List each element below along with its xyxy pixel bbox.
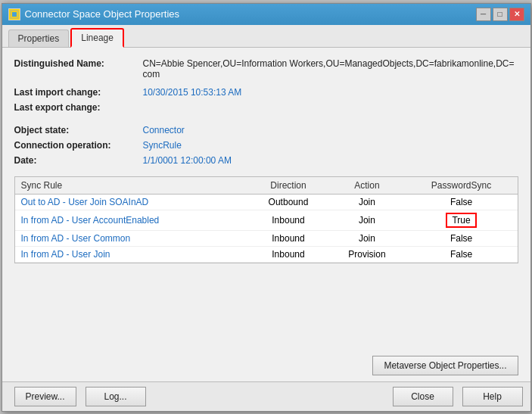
help-button[interactable]: Help [462, 387, 523, 406]
close-window-button[interactable]: ✕ [509, 8, 524, 21]
row1-password-sync: False [406, 194, 518, 210]
maximize-button[interactable]: □ [493, 8, 508, 21]
table-row: In from AD - User Common Inbound Join Fa… [15, 230, 518, 246]
distinguished-name-value: CN=Abbie Spencer,OU=Information Workers,… [143, 58, 518, 79]
log-button[interactable]: Log... [86, 387, 146, 406]
tab-lineage[interactable]: Lineage [70, 28, 124, 48]
table-row: In from AD - User Join Inbound Provision… [15, 246, 518, 262]
row3-password-sync: False [406, 230, 518, 246]
sync-rules-table: Sync Rule Direction Action PasswordSync … [15, 177, 518, 263]
date-value: 1/1/0001 12:00:00 AM [143, 155, 518, 166]
window-icon [8, 8, 20, 20]
highlighted-true-badge: True [446, 213, 476, 228]
distinguished-name-row: Distinguished Name: CN=Abbie Spencer,OU=… [14, 58, 518, 79]
last-import-row: Last import change: 10/30/2015 10:53:13 … [14, 87, 518, 98]
row2-action: Join [328, 210, 405, 230]
last-import-value: 10/30/2015 10:53:13 AM [143, 87, 518, 98]
sync-rules-table-container: Sync Rule Direction Action PasswordSync … [14, 176, 518, 263]
last-export-row: Last export change: [14, 102, 518, 113]
row2-direction: Inbound [248, 210, 329, 230]
row4-sync-rule: In from AD - User Join [15, 246, 248, 262]
minimize-button[interactable]: ─ [476, 8, 491, 21]
col-sync-rule: Sync Rule [15, 177, 248, 195]
svg-rect-1 [12, 12, 17, 17]
table-row: In from AD - User AccountEnabled Inbound… [15, 210, 518, 230]
window-title: Connector Space Object Properties [25, 8, 180, 20]
metaverse-object-button[interactable]: Metaverse Object Properties... [372, 356, 518, 375]
row1-direction: Outbound [248, 194, 329, 210]
date-row: Date: 1/1/0001 12:00:00 AM [14, 155, 518, 166]
last-export-label: Last export change: [14, 102, 143, 113]
main-content: Distinguished Name: CN=Abbie Spencer,OU=… [2, 48, 530, 350]
tab-properties[interactable]: Properties [8, 30, 70, 47]
col-password-sync: PasswordSync [406, 177, 518, 195]
main-window: Connector Space Object Properties ─ □ ✕ … [2, 3, 531, 412]
row1-action: Join [328, 194, 405, 210]
row4-password-sync: False [406, 246, 518, 262]
title-bar-buttons: ─ □ ✕ [476, 8, 524, 21]
row3-action: Join [328, 230, 405, 246]
row2-password-sync: True [406, 210, 518, 230]
close-button[interactable]: Close [393, 387, 453, 406]
row3-sync-rule: In from AD - User Common [15, 230, 248, 246]
table-row: Out to AD - User Join SOAInAD Outbound J… [15, 194, 518, 210]
connection-op-value: SyncRule [143, 140, 518, 151]
object-state-row: Object state: Connector [14, 125, 518, 135]
row4-action: Provision [328, 246, 405, 262]
row4-direction: Inbound [248, 246, 329, 262]
title-bar: Connector Space Object Properties ─ □ ✕ [2, 4, 530, 25]
col-action: Action [328, 177, 405, 195]
tabs-bar: Properties Lineage [2, 25, 530, 48]
row3-direction: Inbound [248, 230, 329, 246]
object-state-value: Connector [143, 125, 518, 135]
metaverse-button-row: Metaverse Object Properties... [2, 350, 530, 381]
connection-op-row: Connection operation: SyncRule [14, 140, 518, 151]
connection-op-label: Connection operation: [14, 140, 143, 151]
preview-button[interactable]: Preview... [14, 387, 76, 406]
distinguished-name-label: Distinguished Name: [14, 58, 143, 69]
object-state-label: Object state: [14, 125, 143, 135]
row2-sync-rule: In from AD - User AccountEnabled [15, 210, 248, 230]
last-import-label: Last import change: [14, 87, 143, 98]
row1-sync-rule: Out to AD - User Join SOAInAD [15, 194, 248, 210]
date-label: Date: [14, 155, 143, 166]
footer-bar: Preview... Log... Close Help [2, 381, 530, 411]
col-direction: Direction [248, 177, 329, 195]
